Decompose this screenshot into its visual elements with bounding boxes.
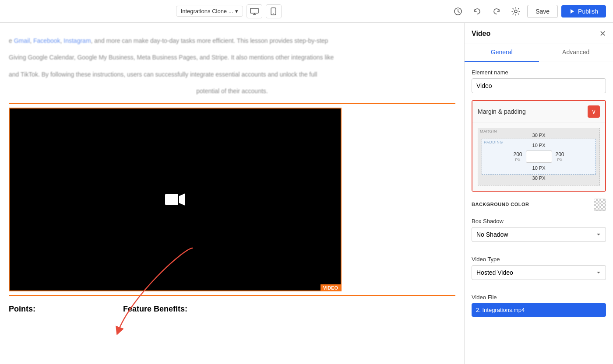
panel-title: Video <box>472 30 490 42</box>
svg-marker-7 <box>571 9 574 14</box>
background-color-label: BACKGROUND COLOR <box>472 202 529 207</box>
video-file-button[interactable]: 2. Integrations.mp4 <box>472 303 606 317</box>
panel-close-button[interactable]: ✕ <box>599 29 606 43</box>
topbar: Integrations Clone ... ▾ <box>0 0 613 23</box>
feature-benefits-section: Feature Benefits: <box>123 304 187 314</box>
padding-left-value: 200 PX <box>513 151 522 162</box>
video-type-label: Video Type <box>472 256 606 262</box>
history-button[interactable] <box>450 4 466 18</box>
svg-point-6 <box>514 10 517 13</box>
chevron-down-icon: ∨ <box>592 108 596 115</box>
save-button[interactable]: Save <box>527 5 558 18</box>
box-shadow-label: Box Shadow <box>472 218 606 224</box>
settings-button[interactable] <box>508 4 524 18</box>
margin-padding-diagram: MARGIN 30 PX PADDING 10 PX 200 PX <box>472 122 605 191</box>
panel-tabs: General Advanced <box>465 43 613 62</box>
video-file-label: Video File <box>472 294 606 301</box>
margin-label: MARGIN <box>480 129 497 133</box>
margin-padding-header: Margin & padding ∨ <box>472 101 605 122</box>
desktop-view-button[interactable] <box>247 4 262 18</box>
undo-button[interactable] <box>469 4 485 18</box>
panel-body: Element name Margin & padding ∨ MARGIN 3… <box>465 62 613 364</box>
topbar-right: Save Publish <box>450 4 606 18</box>
video-element[interactable]: VIDEO <box>9 108 342 291</box>
padding-right-value: 200 PX <box>556 151 564 162</box>
padding-middle-row: 200 PX 200 PX <box>486 149 592 164</box>
points-heading: Points: <box>9 304 35 314</box>
margin-box: MARGIN 30 PX PADDING 10 PX 200 PX <box>478 128 600 186</box>
canvas-text-2: Giving Google Calendar, Google My Busine… <box>9 52 455 62</box>
background-color-row: BACKGROUND COLOR <box>472 199 606 211</box>
redo-button[interactable] <box>489 4 504 18</box>
canvas-text-3: and TikTok. By following these instructi… <box>9 70 455 79</box>
topbar-center: Integrations Clone ... ▾ <box>176 4 282 18</box>
right-panel: Video ✕ General Advanced Element name <box>464 23 613 364</box>
margin-padding-section: Margin & padding ∨ MARGIN 30 PX PADDING … <box>472 100 606 192</box>
canvas-area[interactable]: e Gmail, Facebook, Instagram, and more c… <box>0 23 464 364</box>
svg-rect-8 <box>165 194 178 205</box>
margin-padding-title: Margin & padding <box>478 108 526 115</box>
padding-box: PADDING 10 PX 200 PX 200 PX <box>482 139 596 175</box>
margin-padding-toggle-button[interactable]: ∨ <box>588 105 600 118</box>
background-color-section: BACKGROUND COLOR <box>472 199 606 211</box>
padding-center-input[interactable] <box>526 150 552 163</box>
margin-bottom-value: 30 PX <box>482 175 596 182</box>
box-shadow-select[interactable]: No Shadow <box>472 227 606 242</box>
history-icon <box>454 7 462 16</box>
canvas-text-4: potential of their accounts. <box>9 86 455 96</box>
chevron-down-icon: ▾ <box>235 8 238 14</box>
background-color-picker[interactable] <box>594 199 606 211</box>
panel-header: Video ✕ <box>465 23 613 43</box>
device-selector-label: Integrations Clone ... <box>181 8 233 14</box>
canvas-content: e Gmail, Facebook, Instagram, and more c… <box>0 23 464 364</box>
main-layout: e Gmail, Facebook, Instagram, and more c… <box>0 23 613 364</box>
mobile-icon <box>271 7 276 15</box>
points-section: Points: <box>9 304 35 314</box>
tab-general[interactable]: General <box>465 43 539 62</box>
svg-marker-9 <box>179 193 185 206</box>
video-type-group: Video Type Hosted Video <box>472 256 606 287</box>
redo-icon <box>493 7 500 15</box>
svg-point-4 <box>273 13 274 14</box>
publish-icon <box>569 8 575 14</box>
padding-bottom-value: 10 PX <box>486 164 592 172</box>
element-name-input[interactable] <box>472 78 606 93</box>
undo-icon <box>473 7 481 15</box>
video-type-select[interactable]: Hosted Video <box>472 265 606 280</box>
svg-rect-0 <box>250 8 258 13</box>
feature-benefits-heading: Feature Benefits: <box>123 304 187 314</box>
element-name-field-group: Element name <box>472 69 606 100</box>
mobile-view-button[interactable] <box>266 4 282 18</box>
desktop-icon <box>250 8 259 15</box>
margin-top-value: 30 PX <box>482 132 596 139</box>
device-selector[interactable]: Integrations Clone ... ▾ <box>176 6 243 17</box>
tab-advanced[interactable]: Advanced <box>539 43 613 62</box>
gear-icon <box>511 7 520 16</box>
canvas-text-1: e Gmail, Facebook, Instagram, and more c… <box>9 36 455 46</box>
padding-label: PADDING <box>484 140 503 144</box>
element-name-label: Element name <box>472 69 606 76</box>
box-shadow-group: Box Shadow No Shadow <box>472 218 606 249</box>
video-file-group: Video File 2. Integrations.mp4 <box>472 294 606 317</box>
publish-button[interactable]: Publish <box>561 5 606 18</box>
bottom-text-area: Points: Feature Benefits: <box>9 304 455 314</box>
video-play-icon <box>165 192 186 207</box>
video-label: VIDEO <box>321 284 341 291</box>
